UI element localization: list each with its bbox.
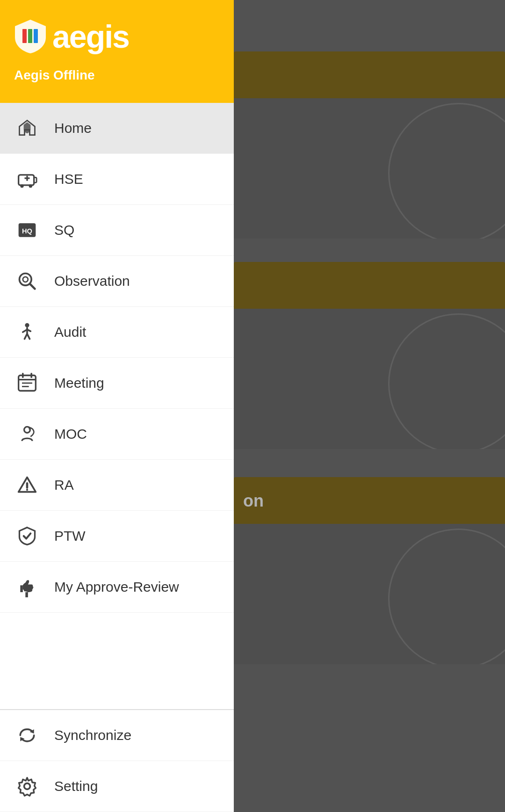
svg-rect-6 — [26, 176, 28, 181]
sidebar-item-ptw[interactable]: PTW — [0, 511, 234, 562]
audit-icon — [14, 319, 40, 345]
sidebar-item-synchronize-label: Synchronize — [54, 727, 131, 743]
approve-icon — [14, 574, 40, 600]
svg-point-32 — [24, 783, 30, 790]
sidebar-item-audit-label: Audit — [54, 324, 86, 340]
sidebar-item-meeting-label: Meeting — [54, 375, 104, 391]
sidebar-item-observation[interactable]: Observation — [0, 256, 234, 307]
sidebar-item-synchronize[interactable]: Synchronize — [0, 710, 234, 761]
sidebar-item-ra-label: RA — [54, 477, 74, 493]
sidebar-item-sq-label: SQ — [54, 222, 74, 238]
sidebar-item-ptw-label: PTW — [54, 528, 86, 544]
svg-line-12 — [30, 284, 35, 289]
sidebar-item-home[interactable]: Home — [0, 103, 234, 154]
svg-point-13 — [23, 277, 28, 282]
sidebar-item-setting-label: Setting — [54, 778, 98, 794]
svg-rect-4 — [34, 177, 37, 182]
sidebar-item-my-approve-review[interactable]: My Approve-Review — [0, 562, 234, 613]
sidebar-item-moc[interactable]: MOC — [0, 409, 234, 460]
setting-icon — [14, 773, 40, 799]
sidebar-item-ra[interactable]: RA — [0, 460, 234, 511]
sidebar-item-home-label: Home — [54, 120, 92, 136]
sidebar-item-meeting[interactable]: Meeting — [0, 358, 234, 409]
svg-point-8 — [29, 184, 32, 188]
observation-icon — [14, 268, 40, 294]
ra-icon — [14, 472, 40, 498]
svg-point-7 — [20, 184, 23, 188]
svg-rect-2 — [34, 29, 38, 43]
svg-text:HQ: HQ — [22, 227, 32, 235]
svg-point-14 — [25, 323, 29, 327]
svg-rect-1 — [28, 29, 32, 43]
svg-rect-3 — [19, 175, 34, 185]
app-subtitle: Aegis Offline — [14, 68, 220, 83]
drawer-footer: Synchronize Setting — [0, 709, 234, 812]
sidebar-item-hse-label: HSE — [54, 171, 83, 187]
sidebar-item-moc-label: MOC — [54, 426, 87, 442]
sync-icon — [14, 722, 40, 748]
sidebar-item-audit[interactable]: Audit — [0, 307, 234, 358]
svg-rect-0 — [22, 29, 27, 43]
sidebar-item-my-approve-review-label: My Approve-Review — [54, 579, 179, 595]
sq-icon: HQ — [14, 217, 40, 243]
sidebar-item-setting[interactable]: Setting — [0, 761, 234, 812]
meeting-icon — [14, 370, 40, 396]
sidebar-item-observation-label: Observation — [54, 273, 130, 289]
hse-icon — [14, 166, 40, 192]
logo-container: aegis — [14, 19, 220, 54]
logo-shield-icon — [14, 19, 47, 54]
svg-point-29 — [26, 489, 28, 491]
sidebar-item-hse[interactable]: HSE — [0, 154, 234, 205]
svg-line-19 — [27, 334, 30, 339]
nav-list: Home HSE — [0, 103, 234, 709]
ptw-icon — [14, 523, 40, 549]
sidebar-item-sq[interactable]: HQ SQ — [0, 205, 234, 256]
drawer: aegis Aegis Offline Home — [0, 0, 234, 812]
app-logo-text: aegis — [52, 21, 129, 52]
drawer-header: aegis Aegis Offline — [0, 0, 234, 103]
moc-icon — [14, 421, 40, 447]
home-icon — [14, 115, 40, 141]
